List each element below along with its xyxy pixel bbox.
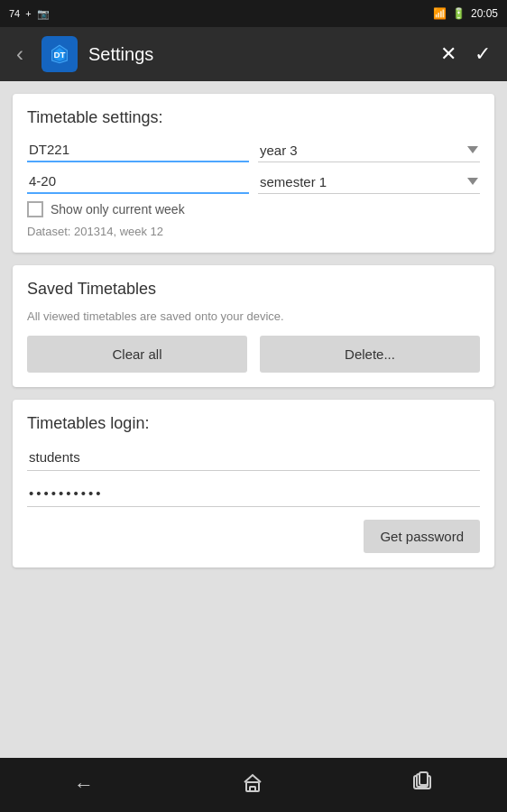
- year-dropdown[interactable]: year 3: [258, 139, 480, 162]
- bottom-nav: ←: [0, 758, 507, 812]
- back-chevron-icon: ‹: [16, 42, 23, 66]
- page-title: Settings: [88, 44, 422, 65]
- year-dropdown-arrow-icon: [467, 146, 478, 153]
- battery-icon: 🔋: [452, 7, 466, 20]
- timetables-login-title: Timetables login:: [27, 414, 480, 433]
- dataset-info: Dataset: 201314, week 12: [27, 225, 480, 238]
- delete-button[interactable]: Delete...: [260, 336, 480, 373]
- semester-dropdown-arrow-icon: [467, 178, 478, 185]
- saved-timetables-title: Saved Timetables: [27, 280, 480, 299]
- current-week-label: Show only current week: [51, 202, 185, 217]
- clear-all-button[interactable]: Clear all: [27, 336, 247, 373]
- password-input[interactable]: [27, 480, 480, 507]
- nav-home-icon: [242, 771, 263, 798]
- current-week-checkbox[interactable]: [27, 201, 43, 217]
- main-content: Timetable settings: year 3 semester 1 Sh…: [0, 81, 507, 758]
- svg-rect-3: [250, 787, 255, 791]
- clock: 20:05: [471, 7, 498, 20]
- plus-icon: +: [25, 8, 31, 19]
- camera-icon: 📷: [37, 8, 50, 20]
- course-code-input[interactable]: [27, 138, 249, 162]
- status-bar-right: 📶 🔋 20:05: [433, 7, 498, 20]
- week-range-input[interactable]: [27, 170, 249, 194]
- nav-back-icon: ←: [74, 773, 94, 797]
- current-week-row: Show only current week: [27, 201, 480, 217]
- timetables-login-card: Timetables login: Get password: [13, 400, 494, 567]
- wifi-icon: 📶: [433, 7, 447, 20]
- timetable-settings-card: Timetable settings: year 3 semester 1 Sh…: [13, 94, 494, 253]
- top-bar: ‹ DT Settings ✕ ✓: [0, 27, 507, 81]
- semester-dropdown[interactable]: semester 1: [258, 171, 480, 194]
- login-button-row: Get password: [27, 520, 480, 553]
- confirm-button[interactable]: ✓: [467, 35, 498, 73]
- close-button[interactable]: ✕: [433, 35, 464, 73]
- timetable-settings-title: Timetable settings:: [27, 108, 480, 127]
- top-bar-actions: ✕ ✓: [433, 35, 498, 73]
- svg-rect-6: [419, 772, 428, 785]
- year-label: year 3: [260, 143, 298, 158]
- status-bar-left: 74 + 📷: [9, 8, 50, 20]
- course-row: year 3: [27, 138, 480, 162]
- saved-timetables-actions: Clear all Delete...: [27, 336, 480, 373]
- week-row: semester 1: [27, 170, 480, 194]
- nav-recent-button[interactable]: [393, 762, 451, 807]
- semester-label: semester 1: [260, 174, 327, 189]
- status-bar: 74 + 📷 📶 🔋 20:05: [0, 0, 507, 27]
- get-password-button[interactable]: Get password: [364, 520, 480, 553]
- nav-recent-icon: [411, 771, 433, 798]
- app-icon: DT: [41, 36, 78, 72]
- battery-level-icon: 74: [9, 8, 20, 19]
- nav-home-button[interactable]: [224, 762, 281, 807]
- saved-timetables-description: All viewed timetables are saved onto you…: [27, 309, 480, 323]
- nav-back-button[interactable]: ←: [56, 764, 112, 806]
- username-input[interactable]: [27, 444, 480, 471]
- saved-timetables-card: Saved Timetables All viewed timetables a…: [13, 265, 494, 387]
- back-button[interactable]: ‹: [9, 34, 31, 74]
- svg-text:DT: DT: [53, 50, 65, 60]
